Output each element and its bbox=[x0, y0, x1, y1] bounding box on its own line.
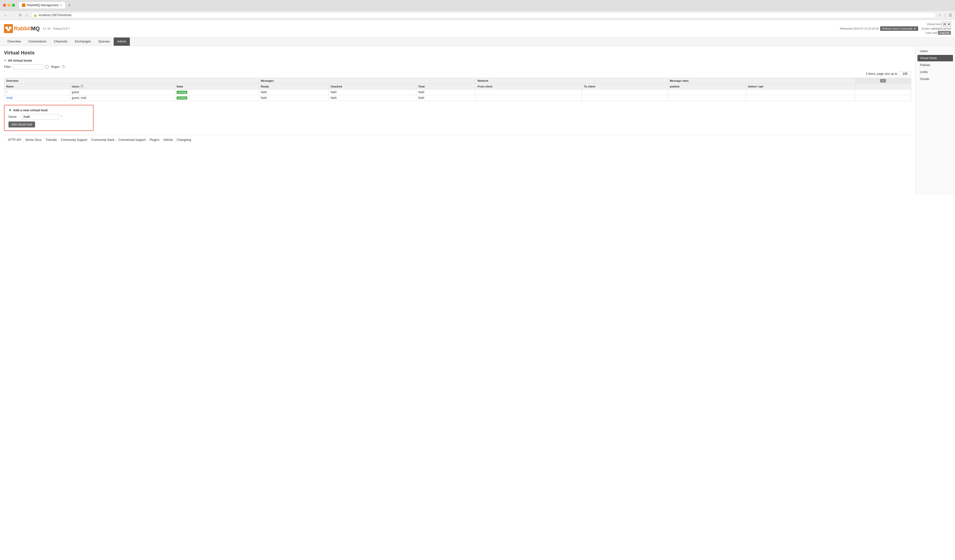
browser-tab[interactable]: RabbitMQ Management ✕ bbox=[19, 2, 65, 8]
col-users: Users ? bbox=[70, 83, 174, 89]
nav-exchanges[interactable]: Exchanges bbox=[71, 37, 94, 46]
network-col-group: Network bbox=[476, 78, 668, 83]
virtual-host-label: Virtual host bbox=[927, 23, 941, 26]
svg-rect-4 bbox=[7, 29, 10, 31]
svg-rect-1 bbox=[4, 24, 13, 33]
refresh-button[interactable]: Refresh every 5 seconds ▼ bbox=[880, 27, 918, 31]
regex-help-icon[interactable]: ? bbox=[62, 65, 65, 69]
address-bar[interactable]: 🔒 localhost:15672/#/vhosts bbox=[31, 12, 936, 18]
page-size-input[interactable] bbox=[899, 71, 911, 76]
vhost-publish-cell bbox=[668, 95, 746, 101]
cluster-value: rabbit@localhost bbox=[931, 27, 951, 30]
footer-link-community-support[interactable]: Community Support bbox=[61, 138, 87, 142]
vhost-name-input[interactable] bbox=[22, 114, 59, 120]
footer-link-http-api[interactable]: HTTP API bbox=[8, 138, 21, 142]
vhost-state-cell: running bbox=[174, 95, 258, 101]
sidebar-item-limits[interactable]: Limits bbox=[917, 69, 953, 75]
menu-button[interactable]: ☰ bbox=[949, 13, 952, 17]
forward-button[interactable]: → bbox=[11, 12, 16, 18]
message-rates-col-group: Message rates bbox=[668, 78, 855, 83]
extensions-button[interactable]: ⋮ bbox=[943, 13, 947, 17]
vhost-total-cell: NaN bbox=[416, 95, 475, 101]
filter-row: Filter: Regex ? bbox=[4, 64, 911, 69]
vhost-name-cell: / bbox=[4, 89, 70, 95]
back-button[interactable]: ← bbox=[3, 12, 8, 18]
filter-input[interactable] bbox=[13, 64, 43, 69]
col-total: Total bbox=[416, 83, 475, 89]
sidebar-item-virtual-hosts[interactable]: Virtual Hosts bbox=[917, 55, 953, 61]
browser-titlebar: RabbitMQ Management ✕ + bbox=[0, 0, 955, 11]
vhost-ready-cell: NaN bbox=[258, 89, 329, 95]
filter-label: Filter: bbox=[4, 65, 11, 69]
logo-area: RabbitMQ 3.7.16 Erlang 22.0.7 bbox=[4, 24, 70, 33]
user-row: User mall Log out bbox=[921, 31, 951, 35]
user-value: mall bbox=[932, 31, 937, 34]
footer-link-plugins[interactable]: Plugins bbox=[150, 138, 160, 142]
footer-link-github[interactable]: GitHub bbox=[163, 138, 172, 142]
vhost-extra-cell bbox=[855, 95, 911, 101]
refreshed-text: Refreshed 2019-07-13 22:22:59 bbox=[840, 27, 879, 30]
minimize-dot[interactable] bbox=[8, 4, 11, 7]
footer-link-community-slack[interactable]: Community Slack bbox=[91, 138, 114, 142]
add-vhost-title[interactable]: ▼ Add a new virtual host bbox=[8, 108, 89, 112]
section-collapse-icon: ▼ bbox=[4, 59, 6, 62]
erlang-version: Erlang 22.0.7 bbox=[53, 27, 70, 30]
footer-link-tutorials[interactable]: Tutorials bbox=[45, 138, 57, 142]
all-vhosts-section-header[interactable]: ▼ All virtual hosts bbox=[4, 59, 911, 62]
users-help-icon[interactable]: ? bbox=[80, 85, 83, 88]
vhost-publish-cell bbox=[668, 89, 746, 95]
col-unacked: Unacked bbox=[329, 83, 416, 89]
vhost-deliver-cell bbox=[746, 95, 855, 101]
vhost-ready-cell: NaN bbox=[258, 95, 329, 101]
footer-link-commercial-support[interactable]: Commercial Support bbox=[118, 138, 146, 142]
logo: RabbitMQ bbox=[4, 24, 40, 33]
plus-minus-col[interactable]: +/- bbox=[855, 78, 911, 83]
svg-rect-0 bbox=[22, 4, 25, 6]
sidebar-item-cluster[interactable]: Cluster bbox=[917, 76, 953, 82]
pagination-row: 2 items, page size up to bbox=[4, 71, 911, 76]
logo-icon bbox=[4, 24, 13, 33]
footer-link-changelog[interactable]: Changelog bbox=[177, 138, 191, 142]
version-info: 3.7.16 Erlang 22.0.7 bbox=[43, 27, 70, 30]
bookmark-button[interactable]: ☆ bbox=[938, 13, 941, 17]
svg-rect-2 bbox=[5, 27, 8, 29]
plus-minus-button[interactable]: +/- bbox=[880, 79, 886, 83]
virtual-host-select[interactable]: All bbox=[941, 22, 951, 27]
vhost-link-mall[interactable]: /mall bbox=[6, 96, 13, 100]
main-nav: Overview Connections Channels Exchanges … bbox=[0, 37, 955, 46]
nav-overview[interactable]: Overview bbox=[4, 37, 24, 46]
nav-channels[interactable]: Channels bbox=[50, 37, 71, 46]
page-container: Virtual Hosts ▼ All virtual hosts Filter… bbox=[0, 46, 955, 195]
nav-connections[interactable]: Connections bbox=[25, 37, 50, 46]
new-tab-button[interactable]: + bbox=[68, 3, 70, 8]
vhost-link-root[interactable]: / bbox=[6, 90, 7, 94]
sidebar-item-users[interactable]: Users bbox=[917, 48, 953, 55]
tab-close-icon[interactable]: ✕ bbox=[60, 4, 62, 7]
footer-link-server-docs[interactable]: Server Docs bbox=[25, 138, 42, 142]
regex-checkbox[interactable] bbox=[45, 65, 49, 68]
nav-admin[interactable]: Admin bbox=[114, 37, 130, 46]
page-title: Virtual Hosts bbox=[4, 50, 911, 56]
refresh-dropdown-icon: ▼ bbox=[913, 27, 916, 30]
vhost-from-client-cell bbox=[476, 89, 582, 95]
col-state: State bbox=[174, 83, 258, 89]
home-button[interactable]: ⌂ bbox=[25, 12, 29, 18]
vhost-from-client-cell bbox=[476, 95, 582, 101]
browser-dots bbox=[3, 4, 15, 7]
add-vhost-button[interactable]: Add virtual host bbox=[8, 122, 35, 128]
version-number: 3.7.16 bbox=[43, 27, 50, 30]
maximize-dot[interactable] bbox=[12, 4, 15, 7]
name-label: Name: bbox=[8, 115, 20, 119]
close-dot[interactable] bbox=[3, 4, 6, 7]
vhost-unacked-cell: NaN bbox=[329, 89, 416, 95]
logout-button[interactable]: Log out bbox=[938, 31, 951, 35]
cluster-row: Cluster rabbit@localhost bbox=[921, 27, 951, 31]
running-badge: running bbox=[177, 97, 187, 100]
vhost-state-cell: running bbox=[174, 89, 258, 95]
messages-col-group: Messages bbox=[258, 78, 476, 83]
refresh-info: Refreshed 2019-07-13 22:22:59 Refresh ev… bbox=[840, 27, 918, 31]
col-to-client: To client bbox=[582, 83, 668, 89]
sidebar-item-policies[interactable]: Policies bbox=[917, 62, 953, 68]
nav-queues[interactable]: Queues bbox=[95, 37, 113, 46]
reload-button[interactable]: ↻ bbox=[18, 12, 23, 18]
